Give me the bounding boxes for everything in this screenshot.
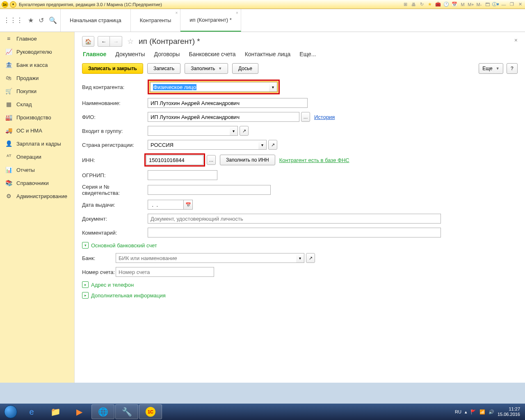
name-input[interactable]	[148, 98, 308, 108]
taskbar-app[interactable]: 🔧	[115, 404, 138, 419]
subtab-bank-accounts[interactable]: Банковские счета	[189, 50, 235, 58]
tab-start-page[interactable]: Начальная страница	[61, 9, 131, 32]
document-input[interactable]	[148, 214, 441, 224]
network-icon[interactable]: 📶	[479, 409, 485, 415]
sidebar-item-production[interactable]: 🏭Производство	[0, 111, 74, 124]
calendar-icon[interactable]: 📅	[184, 200, 193, 210]
section-bank-account[interactable]: ▾ Основной банковский счет	[82, 242, 518, 249]
sidebar-item-salary[interactable]: 👤Зарплата и кадры	[0, 137, 74, 150]
bank-dropdown-icon[interactable]: ▾	[296, 253, 304, 263]
row-name: Наименование:	[82, 98, 518, 108]
subtab-main[interactable]: Главное	[83, 50, 106, 58]
fill-by-inn-button[interactable]: Заполнить по ИНН	[220, 155, 275, 165]
cert-input[interactable]	[148, 185, 271, 195]
calendar-icon[interactable]: 📅	[451, 2, 458, 7]
issue-date-input[interactable]	[148, 200, 184, 210]
ogrnip-input[interactable]	[148, 170, 217, 180]
subtab-contracts[interactable]: Договоры	[154, 50, 180, 58]
speaker-icon[interactable]: 🔊	[488, 409, 494, 415]
section-address[interactable]: ▸ Адрес и телефон	[82, 281, 518, 288]
back-button[interactable]: ←	[98, 36, 110, 47]
bank-input[interactable]	[116, 253, 296, 263]
more-button[interactable]: Еще▼	[479, 63, 503, 74]
taskbar-explorer[interactable]: 📁	[44, 404, 67, 419]
save-button[interactable]: Записать	[147, 63, 180, 74]
subtab-more[interactable]: Еще...	[299, 50, 316, 58]
kind-select[interactable]: Физическое лицо	[150, 82, 269, 92]
dossier-button[interactable]: Досье	[232, 63, 258, 74]
inn-ellipsis-button[interactable]: …	[207, 155, 216, 165]
history-icon[interactable]: ↺	[39, 16, 44, 24]
clock-icon[interactable]: 🕐	[443, 2, 450, 7]
taskbar-1c[interactable]: 1C	[139, 404, 162, 419]
sidebar-item-sales[interactable]: 🛍Продажи	[0, 71, 74, 84]
flag-icon[interactable]: 🚩	[470, 409, 476, 415]
close-icon[interactable]: ✕	[517, 2, 523, 7]
tab-ip-contractor[interactable]: ип (Контрагент) *×	[180, 9, 241, 32]
calc-icon[interactable]: ⊞	[402, 2, 409, 7]
sidebar-item-assets[interactable]: 🚚ОС и НМА	[0, 124, 74, 137]
inn-status-link[interactable]: Контрагент есть в базе ФНС	[279, 157, 349, 163]
m-plus-icon[interactable]: M+	[468, 2, 474, 7]
forward-button[interactable]: →	[110, 36, 122, 47]
page-content: 🏠 ← → ☆ ип (Контрагент) * × Главное Доку…	[75, 32, 525, 383]
sidebar-item-reports[interactable]: 📊Отчеты	[0, 163, 74, 176]
clock[interactable]: 11:27 15.06.2016	[498, 406, 520, 417]
m-minus-icon[interactable]: M-	[476, 2, 482, 7]
tab-close-icon[interactable]: ×	[236, 11, 238, 15]
tab-close-icon[interactable]: ×	[176, 11, 178, 15]
country-open-button[interactable]: ↗	[268, 140, 277, 150]
search-icon[interactable]: 🔍	[49, 16, 57, 24]
bank-open-button[interactable]: ↗	[306, 253, 315, 263]
app-menu-dropdown-icon[interactable]: ▾	[10, 1, 16, 8]
tray-up-icon[interactable]: ▴	[465, 409, 467, 415]
star-icon[interactable]: ★	[427, 2, 433, 7]
panels-icon[interactable]: 🗔	[484, 2, 491, 7]
m-icon[interactable]: M	[459, 2, 466, 7]
lang-indicator[interactable]: RU	[455, 409, 461, 414]
group-dropdown-icon[interactable]: ▾	[230, 126, 238, 136]
country-input[interactable]	[148, 140, 258, 150]
favorite-icon[interactable]: ★	[28, 16, 34, 24]
home-button[interactable]: 🏠	[82, 36, 94, 47]
country-dropdown-icon[interactable]: ▾	[258, 140, 267, 150]
minimize-icon[interactable]: —	[500, 2, 507, 7]
sidebar-item-main[interactable]: ≡Главное	[0, 32, 74, 45]
subtab-contacts[interactable]: Контактные лица	[245, 50, 291, 58]
start-button[interactable]	[2, 404, 20, 419]
sidebar-item-purchases[interactable]: 🛒Покупки	[0, 84, 74, 98]
sidebar-item-operations[interactable]: ᴬᵀОперации	[0, 150, 74, 163]
fio-input[interactable]	[148, 112, 299, 122]
section-extra[interactable]: ▸ Дополнительная информация	[82, 292, 518, 299]
row-account: Номер счета:	[82, 267, 518, 277]
maximize-icon[interactable]: ❐	[509, 2, 515, 7]
group-input[interactable]	[148, 126, 230, 136]
save-close-button[interactable]: Записать и закрыть	[82, 63, 143, 74]
taskbar-ie[interactable]: e	[20, 404, 43, 419]
taskbar-chrome[interactable]: 🌐	[91, 404, 114, 419]
tab-contractors[interactable]: Контрагенты×	[131, 9, 181, 32]
kind-dropdown-icon[interactable]: ▾	[269, 82, 277, 92]
fio-ellipsis-button[interactable]: …	[301, 112, 310, 122]
history-link[interactable]: История	[314, 114, 335, 120]
subtab-documents[interactable]: Документы	[115, 50, 145, 58]
inn-input[interactable]	[146, 155, 203, 165]
taskbar-media[interactable]: ▶	[68, 404, 91, 419]
group-open-button[interactable]: ↗	[240, 126, 249, 136]
refresh-icon[interactable]: ↻	[418, 2, 425, 7]
sidebar-item-warehouse[interactable]: ▦Склад	[0, 98, 74, 111]
close-page-button[interactable]: ×	[514, 37, 518, 43]
favorite-star-icon[interactable]: ☆	[127, 37, 134, 46]
apps-grid-icon[interactable]: ⋮⋮⋮	[3, 16, 23, 24]
account-input[interactable]	[116, 267, 214, 277]
print-icon[interactable]: 🖶	[410, 2, 417, 7]
sidebar-item-manager[interactable]: 📈Руководителю	[0, 45, 74, 58]
toolbox-icon[interactable]: 🧰	[435, 2, 441, 7]
sidebar-item-admin[interactable]: ⚙Администрирование	[0, 189, 74, 203]
help-button[interactable]: ?	[507, 63, 518, 74]
comment-input[interactable]	[148, 228, 441, 237]
fill-button[interactable]: Заполнить▼	[185, 63, 228, 74]
info-icon[interactable]: ⓘ▾	[492, 2, 499, 7]
sidebar-item-catalogs[interactable]: 📚Справочники	[0, 176, 74, 189]
sidebar-item-bank[interactable]: 🏦Банк и касса	[0, 58, 74, 71]
